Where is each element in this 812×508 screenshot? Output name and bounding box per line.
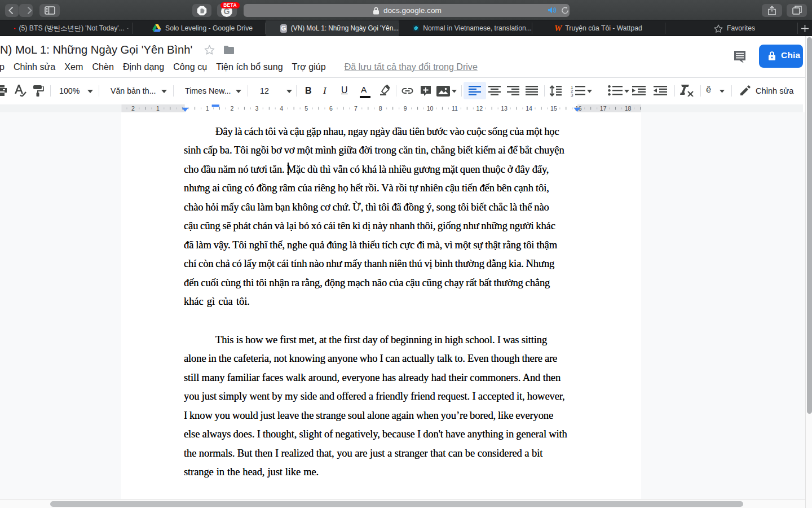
svg-text:3: 3	[255, 105, 258, 112]
svg-text:13: 13	[501, 105, 508, 112]
svg-text:14: 14	[526, 105, 532, 112]
svg-text:1: 1	[156, 105, 160, 112]
svg-text:7: 7	[354, 105, 358, 112]
svg-text:8: 8	[379, 105, 382, 112]
svg-text:2: 2	[131, 105, 135, 112]
svg-text:11: 11	[452, 105, 458, 112]
svg-text:6: 6	[329, 105, 333, 112]
svg-text:17: 17	[600, 105, 607, 112]
svg-text:4: 4	[280, 105, 283, 112]
svg-text:12: 12	[476, 105, 483, 112]
svg-text:10: 10	[427, 105, 434, 112]
svg-text:15: 15	[550, 105, 557, 112]
svg-text:5: 5	[304, 105, 308, 112]
svg-text:9: 9	[404, 105, 407, 112]
svg-text:1: 1	[206, 105, 209, 112]
svg-text:18: 18	[625, 105, 632, 112]
svg-text:2: 2	[231, 105, 234, 112]
svg-text:3: 3	[571, 93, 573, 97]
